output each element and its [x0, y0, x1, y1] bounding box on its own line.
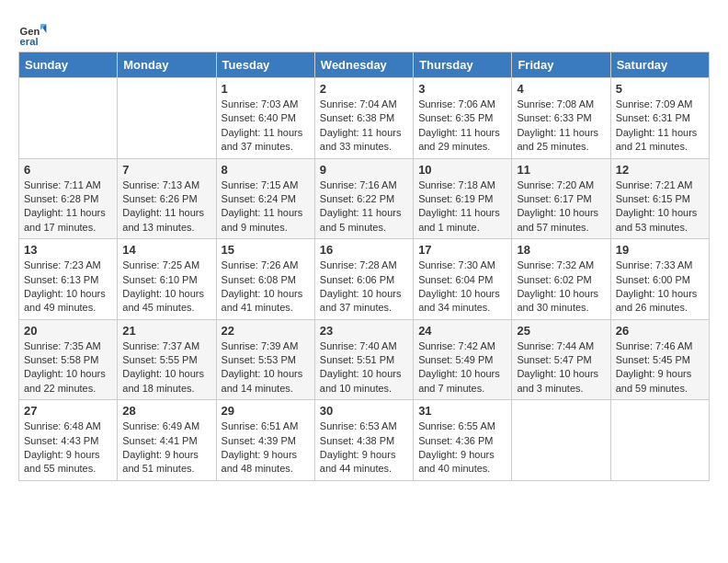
- day-number: 10: [418, 163, 506, 177]
- day-info: Sunrise: 7:40 AM Sunset: 5:51 PM Dayligh…: [320, 339, 408, 396]
- day-number: 17: [418, 243, 506, 257]
- day-info: Sunrise: 7:33 AM Sunset: 6:00 PM Dayligh…: [616, 259, 704, 316]
- day-info: Sunrise: 7:35 AM Sunset: 5:58 PM Dayligh…: [24, 339, 112, 396]
- day-info: Sunrise: 7:20 AM Sunset: 6:17 PM Dayligh…: [517, 178, 605, 236]
- day-number: 16: [320, 243, 408, 257]
- calendar-cell: 19Sunrise: 7:33 AM Sunset: 6:00 PM Dayli…: [610, 239, 709, 320]
- calendar-cell: [19, 78, 118, 159]
- calendar-cell: 14Sunrise: 7:25 AM Sunset: 6:10 PM Dayli…: [118, 239, 216, 320]
- calendar-cell: 7Sunrise: 7:13 AM Sunset: 6:26 PM Daylig…: [118, 158, 216, 239]
- calendar-cell: 6Sunrise: 7:11 AM Sunset: 6:28 PM Daylig…: [19, 158, 118, 239]
- day-info: Sunrise: 7:08 AM Sunset: 6:33 PM Dayligh…: [517, 98, 605, 155]
- calendar-week-1: 1Sunrise: 7:03 AM Sunset: 6:40 PM Daylig…: [19, 78, 710, 159]
- day-number: 27: [24, 404, 112, 418]
- day-number: 23: [320, 324, 408, 338]
- day-number: 12: [616, 163, 704, 177]
- day-info: Sunrise: 6:48 AM Sunset: 4:43 PM Dayligh…: [24, 419, 112, 477]
- day-number: 29: [222, 404, 310, 418]
- day-number: 2: [320, 82, 408, 96]
- calendar-cell: 26Sunrise: 7:46 AM Sunset: 5:45 PM Dayli…: [610, 319, 709, 400]
- header-row: SundayMondayTuesdayWednesdayThursdayFrid…: [19, 52, 710, 78]
- day-info: Sunrise: 6:49 AM Sunset: 4:41 PM Dayligh…: [122, 419, 210, 477]
- day-info: Sunrise: 7:18 AM Sunset: 6:19 PM Dayligh…: [418, 178, 506, 236]
- day-info: Sunrise: 7:16 AM Sunset: 6:22 PM Dayligh…: [320, 178, 408, 236]
- day-number: 4: [517, 82, 605, 96]
- calendar-header: SundayMondayTuesdayWednesdayThursdayFrid…: [19, 52, 710, 78]
- svg-text:Gen: Gen: [20, 26, 40, 37]
- day-info: Sunrise: 7:32 AM Sunset: 6:02 PM Dayligh…: [517, 259, 605, 316]
- day-info: Sunrise: 6:53 AM Sunset: 4:38 PM Dayligh…: [320, 419, 408, 477]
- day-number: 26: [616, 324, 704, 338]
- day-info: Sunrise: 7:23 AM Sunset: 6:13 PM Dayligh…: [24, 259, 112, 316]
- day-header-thursday: Thursday: [414, 52, 512, 78]
- day-info: Sunrise: 7:46 AM Sunset: 5:45 PM Dayligh…: [616, 339, 704, 396]
- day-info: Sunrise: 7:42 AM Sunset: 5:49 PM Dayligh…: [418, 339, 506, 396]
- calendar-cell: 9Sunrise: 7:16 AM Sunset: 6:22 PM Daylig…: [314, 158, 413, 239]
- day-number: 3: [418, 82, 506, 96]
- day-info: Sunrise: 7:28 AM Sunset: 6:06 PM Dayligh…: [320, 259, 408, 316]
- day-info: Sunrise: 7:26 AM Sunset: 6:08 PM Dayligh…: [222, 259, 310, 316]
- calendar-cell: [512, 400, 610, 481]
- calendar-week-3: 13Sunrise: 7:23 AM Sunset: 6:13 PM Dayli…: [19, 239, 710, 320]
- day-number: 25: [517, 324, 605, 338]
- calendar-cell: 18Sunrise: 7:32 AM Sunset: 6:02 PM Dayli…: [512, 239, 610, 320]
- calendar-cell: 13Sunrise: 7:23 AM Sunset: 6:13 PM Dayli…: [19, 239, 118, 320]
- day-header-saturday: Saturday: [610, 52, 709, 78]
- day-number: 21: [122, 324, 210, 338]
- day-number: 5: [616, 82, 704, 96]
- calendar-table: SundayMondayTuesdayWednesdayThursdayFrid…: [18, 52, 710, 481]
- day-info: Sunrise: 7:11 AM Sunset: 6:28 PM Dayligh…: [24, 178, 112, 236]
- day-number: 31: [418, 404, 506, 418]
- calendar-cell: 11Sunrise: 7:20 AM Sunset: 6:17 PM Dayli…: [512, 158, 610, 239]
- day-number: 24: [418, 324, 506, 338]
- day-info: Sunrise: 7:25 AM Sunset: 6:10 PM Dayligh…: [122, 259, 210, 316]
- calendar-cell: 15Sunrise: 7:26 AM Sunset: 6:08 PM Dayli…: [216, 239, 314, 320]
- day-number: 13: [24, 243, 112, 257]
- day-number: 20: [24, 324, 112, 338]
- calendar-cell: 1Sunrise: 7:03 AM Sunset: 6:40 PM Daylig…: [216, 78, 314, 159]
- calendar-week-4: 20Sunrise: 7:35 AM Sunset: 5:58 PM Dayli…: [19, 319, 710, 400]
- day-number: 6: [24, 163, 112, 177]
- calendar-cell: 31Sunrise: 6:55 AM Sunset: 4:36 PM Dayli…: [414, 400, 512, 481]
- svg-text:eral: eral: [20, 36, 39, 47]
- day-info: Sunrise: 7:06 AM Sunset: 6:35 PM Dayligh…: [418, 98, 506, 155]
- day-number: 7: [122, 163, 210, 177]
- calendar-cell: 5Sunrise: 7:09 AM Sunset: 6:31 PM Daylig…: [610, 78, 709, 159]
- day-number: 18: [517, 243, 605, 257]
- calendar-week-5: 27Sunrise: 6:48 AM Sunset: 4:43 PM Dayli…: [19, 400, 710, 481]
- calendar-body: 1Sunrise: 7:03 AM Sunset: 6:40 PM Daylig…: [19, 78, 710, 481]
- day-info: Sunrise: 7:44 AM Sunset: 5:47 PM Dayligh…: [517, 339, 605, 396]
- calendar-cell: 30Sunrise: 6:53 AM Sunset: 4:38 PM Dayli…: [314, 400, 413, 481]
- calendar-week-2: 6Sunrise: 7:11 AM Sunset: 6:28 PM Daylig…: [19, 158, 710, 239]
- calendar-cell: 24Sunrise: 7:42 AM Sunset: 5:49 PM Dayli…: [414, 319, 512, 400]
- calendar-cell: 17Sunrise: 7:30 AM Sunset: 6:04 PM Dayli…: [414, 239, 512, 320]
- calendar-cell: 4Sunrise: 7:08 AM Sunset: 6:33 PM Daylig…: [512, 78, 610, 159]
- day-info: Sunrise: 7:04 AM Sunset: 6:38 PM Dayligh…: [320, 98, 408, 155]
- calendar-cell: 8Sunrise: 7:15 AM Sunset: 6:24 PM Daylig…: [216, 158, 314, 239]
- day-info: Sunrise: 7:37 AM Sunset: 5:55 PM Dayligh…: [122, 339, 210, 396]
- calendar-cell: 25Sunrise: 7:44 AM Sunset: 5:47 PM Dayli…: [512, 319, 610, 400]
- day-number: 30: [320, 404, 408, 418]
- day-number: 15: [222, 243, 310, 257]
- day-header-monday: Monday: [118, 52, 216, 78]
- calendar-cell: 21Sunrise: 7:37 AM Sunset: 5:55 PM Dayli…: [118, 319, 216, 400]
- day-number: 11: [517, 163, 605, 177]
- day-info: Sunrise: 7:13 AM Sunset: 6:26 PM Dayligh…: [122, 178, 210, 236]
- day-info: Sunrise: 7:21 AM Sunset: 6:15 PM Dayligh…: [616, 178, 704, 236]
- logo-icon: Gen eral: [18, 18, 48, 48]
- day-header-tuesday: Tuesday: [216, 52, 314, 78]
- day-number: 28: [122, 404, 210, 418]
- calendar-cell: 22Sunrise: 7:39 AM Sunset: 5:53 PM Dayli…: [216, 319, 314, 400]
- day-info: Sunrise: 7:39 AM Sunset: 5:53 PM Dayligh…: [222, 339, 310, 396]
- logo: Gen eral: [18, 18, 51, 48]
- day-number: 22: [222, 324, 310, 338]
- calendar-cell: 20Sunrise: 7:35 AM Sunset: 5:58 PM Dayli…: [19, 319, 118, 400]
- calendar-cell: 16Sunrise: 7:28 AM Sunset: 6:06 PM Dayli…: [314, 239, 413, 320]
- day-header-wednesday: Wednesday: [314, 52, 413, 78]
- calendar-cell: 29Sunrise: 6:51 AM Sunset: 4:39 PM Dayli…: [216, 400, 314, 481]
- calendar-cell: [610, 400, 709, 481]
- calendar-cell: [118, 78, 216, 159]
- day-info: Sunrise: 6:55 AM Sunset: 4:36 PM Dayligh…: [418, 419, 506, 477]
- calendar-cell: 28Sunrise: 6:49 AM Sunset: 4:41 PM Dayli…: [118, 400, 216, 481]
- day-info: Sunrise: 6:51 AM Sunset: 4:39 PM Dayligh…: [222, 419, 310, 477]
